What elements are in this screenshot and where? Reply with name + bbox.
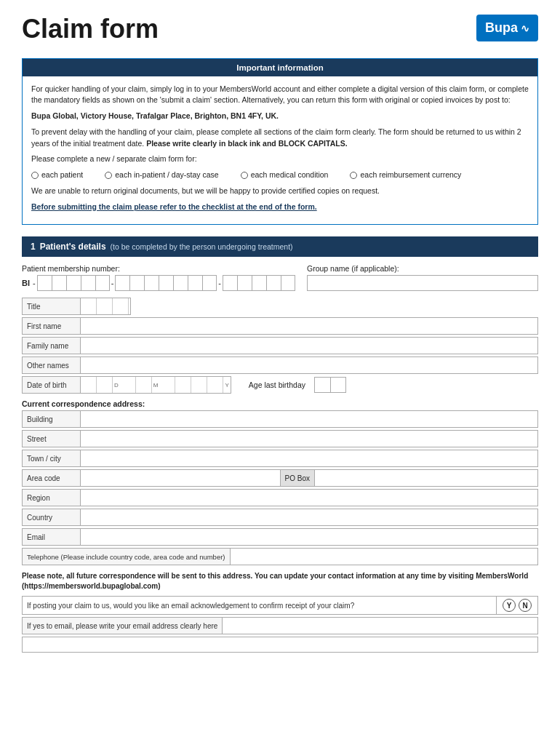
dob-y1[interactable] xyxy=(159,377,175,393)
address-section: Current correspondence address: Building… xyxy=(22,399,538,565)
area-code-row[interactable]: Area code xyxy=(22,469,281,487)
dob-m1[interactable] xyxy=(120,377,136,393)
email-address-row[interactable]: If yes to email, please write your email… xyxy=(22,617,538,634)
mem-cell[interactable] xyxy=(281,275,295,291)
email-address-cell[interactable] xyxy=(223,618,537,634)
membership-group1[interactable] xyxy=(37,275,110,291)
age-cell[interactable] xyxy=(314,377,330,393)
town-cell[interactable] xyxy=(81,450,537,466)
country-label: Country xyxy=(23,509,81,525)
region-cells[interactable] xyxy=(81,490,537,506)
age-cells[interactable] xyxy=(314,377,346,393)
dob-cells[interactable]: D M Y xyxy=(81,377,231,393)
building-cells[interactable] xyxy=(81,411,537,427)
title-input-row[interactable]: Title xyxy=(22,298,131,315)
email-cells[interactable] xyxy=(81,529,537,545)
dob-y-label: Y xyxy=(223,377,230,393)
radio-inpatient: each in-patient / day-stay case xyxy=(105,170,218,181)
email-row[interactable]: Email xyxy=(22,528,538,546)
mem-cell[interactable] xyxy=(266,275,281,291)
pobox-section: PO Box xyxy=(281,469,539,487)
mem-cell[interactable] xyxy=(159,275,173,291)
area-code-cell[interactable] xyxy=(81,470,280,486)
telephone-row[interactable]: Telephone (Please include country code, … xyxy=(22,548,538,565)
dob-y2[interactable] xyxy=(175,377,191,393)
email-cell[interactable] xyxy=(81,529,537,545)
yes-circle[interactable]: Y xyxy=(503,599,516,612)
pobox-input[interactable] xyxy=(315,470,537,486)
mem-cell[interactable] xyxy=(252,275,266,291)
region-row[interactable]: Region xyxy=(22,489,538,506)
pobox-label: PO Box xyxy=(281,470,315,486)
building-row[interactable]: Building xyxy=(22,410,538,428)
area-code-cells[interactable] xyxy=(81,470,280,486)
country-cell[interactable] xyxy=(81,509,537,525)
region-cell[interactable] xyxy=(81,490,537,506)
title-cells[interactable] xyxy=(81,298,145,314)
mem-cell[interactable] xyxy=(95,275,110,291)
dob-row-container[interactable]: Date of birth D M Y xyxy=(22,376,231,394)
country-row[interactable]: Country xyxy=(22,509,538,526)
mem-cell[interactable] xyxy=(202,275,217,291)
info-box-body: For quicker handling of your claim, simp… xyxy=(23,76,537,225)
family-name-row[interactable]: Family name xyxy=(22,337,538,354)
name-cell[interactable] xyxy=(81,318,537,334)
no-circle[interactable]: N xyxy=(519,599,532,612)
email-confirm-options: Y N xyxy=(496,597,537,614)
name-cell[interactable] xyxy=(81,338,537,354)
other-names-label: Other names xyxy=(23,357,81,373)
mem-cell[interactable] xyxy=(188,275,202,291)
email-confirm-row: If posting your claim to us, would you l… xyxy=(22,596,538,615)
radio-currency: each reimbursement currency xyxy=(350,170,461,181)
mem-cell[interactable] xyxy=(52,275,66,291)
building-cell[interactable] xyxy=(81,411,537,427)
first-name-row[interactable]: First name xyxy=(22,317,538,335)
mem-cell[interactable] xyxy=(81,275,95,291)
title-cell[interactable] xyxy=(129,298,145,314)
bupa-logo-wave: ∿ xyxy=(521,23,529,34)
title-cell[interactable] xyxy=(81,298,97,314)
dob-d1[interactable] xyxy=(81,377,97,393)
mem-cell[interactable] xyxy=(115,275,129,291)
country-cells[interactable] xyxy=(81,509,537,525)
area-pobox-row: Area code PO Box xyxy=(22,469,538,487)
group-name-input[interactable] xyxy=(307,275,538,291)
info-box-header: Important information xyxy=(23,59,537,76)
email-address-cells[interactable] xyxy=(223,618,537,634)
email-label: Email xyxy=(23,529,81,545)
dob-m2[interactable] xyxy=(136,377,152,393)
dob-y3[interactable] xyxy=(191,377,207,393)
section1-number: 1 xyxy=(31,242,36,252)
title-cell[interactable] xyxy=(113,298,129,314)
dob-d2[interactable] xyxy=(97,377,113,393)
mem-cell[interactable] xyxy=(144,275,159,291)
membership-group3[interactable] xyxy=(223,275,295,291)
title-cell[interactable] xyxy=(97,298,113,314)
first-name-cells[interactable] xyxy=(81,318,537,334)
other-names-cells[interactable] xyxy=(81,357,537,373)
telephone-cell[interactable] xyxy=(231,549,537,565)
telephone-cells[interactable] xyxy=(231,549,537,565)
info-bold-underline: Before submitting the claim please refer… xyxy=(31,202,529,213)
name-cell[interactable] xyxy=(81,357,537,373)
dob-y4[interactable] xyxy=(207,377,223,393)
street-row[interactable]: Street xyxy=(22,430,538,447)
family-name-cells[interactable] xyxy=(81,338,537,354)
mem-cell[interactable] xyxy=(173,275,188,291)
radio-options: each patient each in-patient / day-stay … xyxy=(31,170,529,181)
mem-cell[interactable] xyxy=(237,275,252,291)
mem-cell[interactable] xyxy=(66,275,81,291)
town-row[interactable]: Town / city xyxy=(22,450,538,467)
other-names-row[interactable]: Other names xyxy=(22,356,538,374)
info-para3: Please complete a new / separate claim f… xyxy=(31,154,529,165)
mem-cell[interactable] xyxy=(223,275,237,291)
street-cells[interactable] xyxy=(81,431,537,447)
town-cells[interactable] xyxy=(81,450,537,466)
age-cell[interactable] xyxy=(330,377,346,393)
mem-cell[interactable] xyxy=(129,275,144,291)
group-name-label: Group name (if applicable): xyxy=(307,264,538,273)
membership-group2[interactable] xyxy=(115,275,217,291)
important-info-box: Important information For quicker handli… xyxy=(22,58,538,226)
mem-cell[interactable] xyxy=(37,275,52,291)
street-cell[interactable] xyxy=(81,431,537,447)
